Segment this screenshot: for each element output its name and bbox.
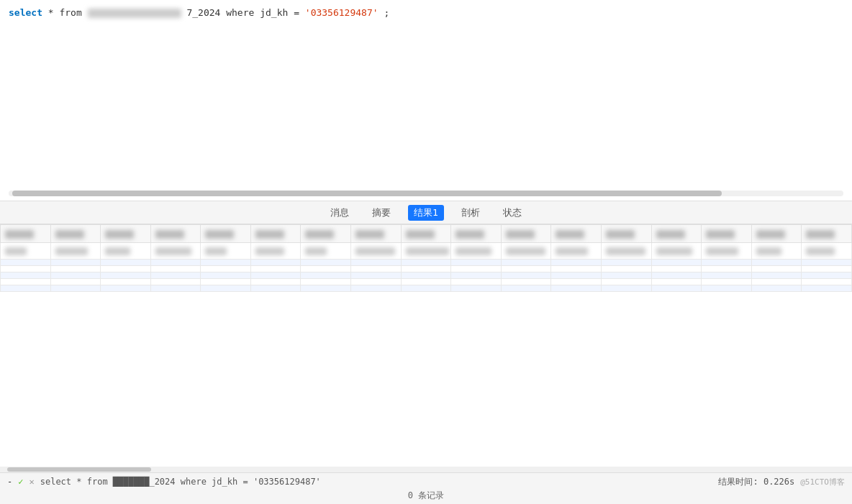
cell bbox=[101, 272, 151, 279]
cell bbox=[551, 272, 602, 279]
col-header-9 bbox=[401, 225, 451, 243]
cell bbox=[250, 285, 301, 292]
results-horizontal-scrollbar[interactable] bbox=[0, 467, 852, 472]
status-sql-text: select * from ███████_2024 where jd_kh =… bbox=[40, 477, 713, 487]
cell bbox=[301, 272, 351, 279]
cell bbox=[201, 260, 251, 266]
cell bbox=[351, 285, 402, 292]
status-cross-button[interactable]: ✕ bbox=[29, 477, 34, 487]
sql-semi: ; bbox=[384, 7, 389, 18]
cell bbox=[250, 272, 301, 279]
cell bbox=[651, 279, 702, 285]
cell bbox=[250, 279, 301, 285]
results-scrollbar-thumb bbox=[7, 467, 151, 472]
cell bbox=[101, 260, 151, 266]
cell bbox=[551, 243, 602, 260]
status-time: 结果时间: 0.226s bbox=[718, 476, 794, 488]
cell bbox=[601, 266, 651, 272]
cell bbox=[201, 279, 251, 285]
status-bar: - ✓ ✕ select * from ███████_2024 where j… bbox=[0, 472, 852, 504]
results-table-wrapper[interactable] bbox=[0, 224, 852, 467]
cell bbox=[401, 272, 451, 279]
cell bbox=[651, 272, 702, 279]
cell bbox=[1, 260, 51, 266]
cell bbox=[751, 260, 802, 266]
keyword-where: where bbox=[226, 7, 260, 18]
col-header-17 bbox=[802, 225, 852, 243]
cell bbox=[351, 243, 402, 260]
cell bbox=[751, 243, 802, 260]
cell bbox=[351, 272, 402, 279]
cell bbox=[751, 266, 802, 272]
cell bbox=[351, 279, 402, 285]
editor-horizontal-scrollbar[interactable] bbox=[9, 191, 843, 196]
tab-status[interactable]: 状态 bbox=[497, 205, 527, 221]
cell bbox=[702, 285, 752, 292]
col-header-2 bbox=[50, 225, 101, 243]
cell bbox=[501, 266, 551, 272]
keyword-select: select bbox=[9, 7, 42, 18]
cell bbox=[751, 272, 802, 279]
cell bbox=[551, 285, 602, 292]
cell bbox=[250, 266, 301, 272]
cell bbox=[501, 272, 551, 279]
col-header-10 bbox=[451, 225, 502, 243]
cell bbox=[451, 285, 502, 292]
results-table bbox=[0, 224, 852, 292]
col-header-7 bbox=[301, 225, 351, 243]
cell bbox=[1, 272, 51, 279]
cell bbox=[601, 243, 651, 260]
cell bbox=[501, 243, 551, 260]
col-header-12 bbox=[551, 225, 602, 243]
cell bbox=[150, 272, 201, 279]
col-header-5 bbox=[201, 225, 251, 243]
tab-result1[interactable]: 结果1 bbox=[408, 205, 444, 221]
cell bbox=[101, 285, 151, 292]
cell bbox=[150, 243, 201, 260]
cell bbox=[201, 266, 251, 272]
cell bbox=[451, 279, 502, 285]
cell bbox=[651, 266, 702, 272]
cell bbox=[401, 243, 451, 260]
cell bbox=[501, 260, 551, 266]
cell bbox=[101, 243, 151, 260]
col-header-14 bbox=[651, 225, 702, 243]
cell bbox=[150, 260, 201, 266]
col-header-16 bbox=[751, 225, 802, 243]
cell bbox=[250, 260, 301, 266]
cell bbox=[802, 285, 852, 292]
sql-star: * bbox=[48, 7, 60, 18]
keyword-from: from bbox=[59, 7, 81, 18]
cell bbox=[50, 243, 101, 260]
cell bbox=[301, 279, 351, 285]
cell bbox=[50, 279, 101, 285]
sql-editor[interactable]: select * from 7_2024 where jd_kh = '0335… bbox=[0, 0, 852, 201]
field-name: jd_kh bbox=[260, 7, 288, 18]
cell bbox=[451, 243, 502, 260]
cell bbox=[601, 279, 651, 285]
table-suffix: 7_2024 bbox=[186, 7, 220, 18]
status-check-button[interactable]: ✓ bbox=[18, 477, 23, 487]
cell bbox=[301, 266, 351, 272]
cell bbox=[802, 243, 852, 260]
cell bbox=[50, 272, 101, 279]
cell bbox=[401, 260, 451, 266]
col-header-3 bbox=[101, 225, 151, 243]
cell bbox=[150, 266, 201, 272]
col-header-1 bbox=[1, 225, 51, 243]
cell bbox=[551, 266, 602, 272]
tab-summary[interactable]: 摘要 bbox=[366, 205, 396, 221]
col-header-11 bbox=[501, 225, 551, 243]
cell bbox=[802, 266, 852, 272]
cell bbox=[802, 272, 852, 279]
cell bbox=[702, 266, 752, 272]
tab-messages[interactable]: 消息 bbox=[325, 205, 355, 221]
tab-analyze[interactable]: 剖析 bbox=[456, 205, 486, 221]
col-header-15 bbox=[702, 225, 752, 243]
cell bbox=[150, 279, 201, 285]
cell bbox=[201, 285, 251, 292]
cell bbox=[702, 272, 752, 279]
table-name-blurred bbox=[88, 9, 181, 18]
cell bbox=[301, 243, 351, 260]
cell bbox=[651, 285, 702, 292]
